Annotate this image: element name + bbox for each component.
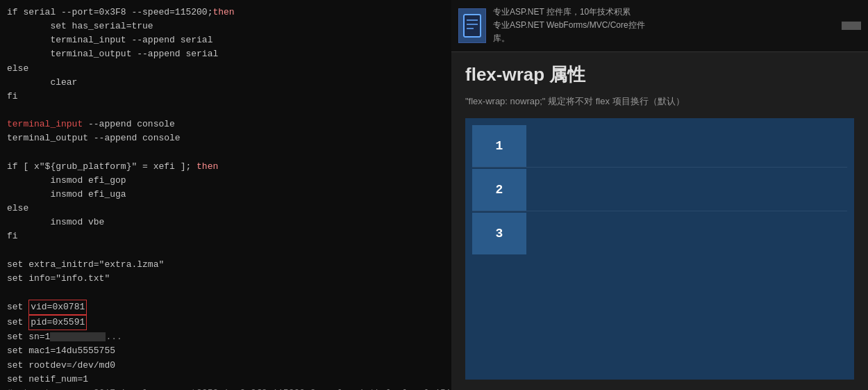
code-line-10: terminal_output --append console (7, 133, 181, 143)
vid-highlight: vid=0x0781 (28, 300, 87, 315)
svg-rect-0 (464, 15, 481, 37)
code-line-17: fi (7, 231, 18, 241)
ad-text: 专业ASP.NET 控件库，10年技术积累 专业ASP.NET WebForms… (493, 6, 835, 46)
code-line-15: else (7, 203, 28, 213)
demo-row-2: 2 (472, 169, 847, 211)
pid-highlight: pid=0x5591 (28, 315, 87, 330)
ad-icon (458, 8, 486, 43)
terminal-panel: if serial --port=0x3F8 --speed=115200;th… (0, 0, 451, 390)
code-line-9: terminal_input --append console (7, 119, 175, 129)
code-line-14: insmod efi_uga (7, 189, 126, 200)
code-line-16: insmod vbe (7, 217, 104, 227)
code-line-1: if serial --port=0x3F8 --speed=115200;th… (7, 7, 235, 17)
demo-spacer-1 (528, 125, 847, 167)
demo-spacer-2 (528, 169, 847, 211)
demo-box-1: 1 (472, 125, 528, 167)
code-line-26: set rootdev=/dev/md0 (7, 360, 115, 371)
demo-row-1: 1 (472, 125, 847, 168)
code-line-13: insmod efi_gop (7, 175, 126, 186)
code-line-22: set vid=0x0781 (7, 302, 87, 312)
section-desc: "flex-wrap: nowrap;" 规定将不对 flex 项目换行（默认） (465, 95, 854, 108)
main-content: flex-wrap 属性 "flex-wrap: nowrap;" 规定将不对 … (451, 52, 868, 390)
code-line-19: set extra_initrd="extra.lzma" (7, 259, 164, 270)
demo-row-3: 3 (472, 213, 847, 254)
code-line-25: set mac1=14du5555755 (7, 346, 115, 356)
code-line-12: if [ x"${grub_platform}" = xefi ]; then (7, 161, 218, 172)
code-line-20: set info="info.txt" (7, 273, 110, 284)
ad-line3: 库。 (493, 32, 835, 45)
code-line-6: clear (7, 77, 77, 88)
demo-box-2: 2 (472, 169, 528, 211)
code-line-2: set has_serial=true (7, 21, 153, 31)
ad-line1: 专业ASP.NET 控件库，10年技术积累 (493, 6, 835, 19)
code-line-4: terminal_output --append serial (7, 49, 218, 59)
code-line-7: fi (7, 91, 18, 101)
code-block: if serial --port=0x3F8 --speed=115200;th… (7, 6, 444, 390)
demo-box-3: 3 (472, 213, 528, 254)
ad-line2: 专业ASP.NET WebForms/MVC/Core控件 (493, 19, 835, 32)
code-line-23: set pid=0x5591 (7, 317, 87, 327)
ad-button[interactable] (842, 22, 861, 30)
code-line-3: terminal_input --append serial (7, 35, 212, 45)
demo-spacer-3 (528, 213, 847, 254)
code-line-5: else (7, 63, 28, 74)
code-line-24: set sn=1... (7, 332, 122, 342)
ad-banner: 专业ASP.NET 控件库，10年技术积累 专业ASP.NET WebForms… (451, 0, 868, 52)
section-title: flex-wrap 属性 (465, 63, 854, 87)
demo-area: 1 2 3 (465, 118, 854, 380)
right-panel: 专业ASP.NET 控件库，10年技术积累 专业ASP.NET WebForms… (451, 0, 868, 390)
code-line-27: set netif_num=1 (7, 374, 88, 384)
censored-sn (50, 332, 106, 341)
